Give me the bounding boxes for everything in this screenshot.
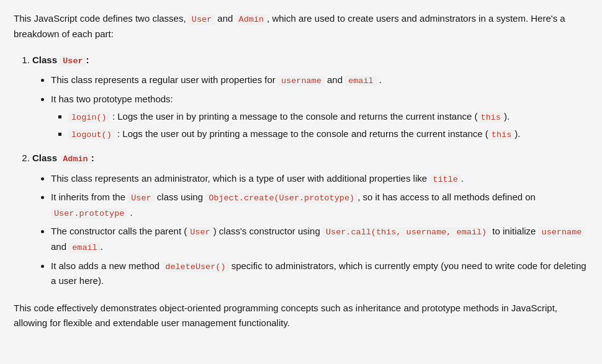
email-code-1: email	[345, 76, 377, 86]
admin-constructor-period: .	[101, 241, 103, 252]
summary-paragraph: This code effectively demonstrates objec…	[14, 301, 588, 331]
admin-inherits-period: .	[127, 207, 132, 218]
intro-admin-code: Admin	[236, 14, 267, 25]
user-class-code: User	[60, 56, 86, 66]
admin-constructor-text-mid: ) class's constructor using	[213, 226, 323, 236]
title-code: title	[429, 174, 461, 185]
user-code-2: User	[128, 193, 154, 203]
admin-inherits-text-start: It inherits from the	[51, 192, 128, 202]
admin-represents-period: .	[461, 173, 464, 184]
user-item-methods: It has two prototype methods: login() : …	[51, 92, 588, 142]
admin-item-delete: It also adds a new method deleteUser() s…	[51, 259, 588, 289]
admin-constructor-and: and	[51, 241, 69, 252]
user-item-period: .	[377, 74, 382, 85]
login-desc: : Logs the user in by printing a message…	[110, 111, 478, 122]
sections-list: Class User: This class represents a regu…	[14, 53, 588, 289]
username-code-2: username	[539, 227, 585, 237]
logout-method-item: logout() : Logs the user out by printing…	[68, 127, 588, 142]
user-call-code: User.call(this, username, email)	[323, 227, 490, 237]
admin-item-represents: This class represents an administrator, …	[51, 171, 588, 187]
admin-delete-text-start: It also adds a new method	[51, 260, 162, 271]
admin-class-code: Admin	[60, 154, 91, 164]
admin-constructor-text-end: to initialize	[490, 226, 538, 236]
user-item-methods-text: It has two prototype methods:	[51, 94, 173, 104]
logout-this-code: this	[488, 130, 514, 140]
username-code: username	[278, 76, 325, 86]
admin-item-constructor: The constructor calls the parent (User) …	[51, 224, 588, 254]
login-method-code: login()	[68, 112, 110, 123]
admin-inherits-text-end: , so it has access to all methods define…	[357, 192, 536, 202]
user-item-properties-text-start: This class represents a regular user wit…	[51, 74, 278, 85]
user-item-properties: This class represents a regular user wit…	[51, 73, 588, 88]
user-item-and: and	[325, 74, 345, 85]
delete-user-code: deleteUser()	[162, 262, 228, 272]
section-user: Class User: This class represents a regu…	[32, 53, 588, 142]
user-items-list: This class represents a regular user wit…	[32, 73, 588, 142]
login-desc-end: ).	[504, 111, 510, 122]
admin-represents-text-start: This class represents an administrator, …	[51, 173, 429, 184]
logout-method-code: logout()	[68, 130, 115, 140]
login-this-code: this	[478, 112, 504, 123]
login-method-item: login() : Logs the user in by printing a…	[68, 109, 588, 125]
intro-user-code: User	[189, 14, 215, 25]
methods-list: login() : Logs the user in by printing a…	[51, 109, 588, 142]
logout-desc-end: ).	[514, 128, 520, 139]
user-class-heading: Class User:	[32, 55, 89, 65]
object-create-code: Object.create(User.prototype)	[205, 193, 357, 203]
admin-items-list: This class represents an administrator, …	[32, 171, 588, 289]
intro-and: and	[215, 13, 235, 24]
section-admin: Class Admin: This class represents an ad…	[32, 151, 588, 288]
intro-paragraph: This JavaScript code defines two classes…	[14, 11, 588, 42]
intro-text-start: This JavaScript code defines two classes…	[14, 13, 189, 24]
email-code-2: email	[69, 242, 101, 253]
admin-class-heading: Class Admin:	[32, 153, 94, 163]
admin-constructor-text-start: The constructor calls the parent (	[51, 226, 187, 236]
logout-desc: : Logs the user out by printing a messag…	[115, 128, 488, 139]
user-prototype-code: User.prototype	[51, 208, 127, 219]
user-code-3: User	[187, 227, 213, 237]
admin-item-inherits: It inherits from the User class using Ob…	[51, 190, 588, 220]
admin-inherits-text-mid: class using	[155, 192, 206, 202]
